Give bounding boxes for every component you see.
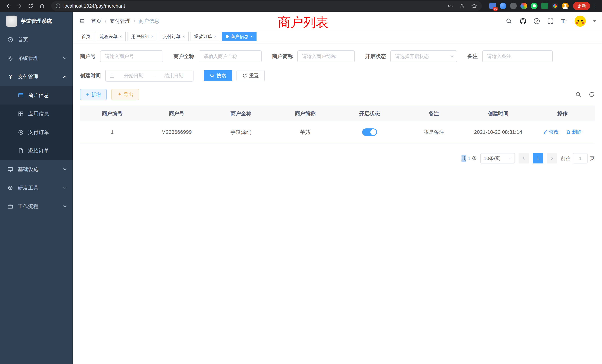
page-size-select[interactable]: 10条/页 bbox=[480, 153, 515, 163]
font-size-icon[interactable] bbox=[561, 18, 567, 25]
status-select[interactable]: 请选择开启状态 bbox=[390, 50, 457, 62]
close-icon[interactable] bbox=[182, 34, 185, 39]
sidebar-item-system[interactable]: 系统管理 bbox=[0, 49, 73, 67]
github-icon[interactable] bbox=[520, 18, 526, 24]
colorful-extension-icon[interactable] bbox=[520, 3, 527, 9]
cell-remark: 我是备注 bbox=[402, 121, 466, 143]
user-menu-caret-icon[interactable] bbox=[593, 20, 596, 22]
tab-user-group[interactable]: 用户分组 bbox=[128, 32, 157, 41]
sidebar-item-home[interactable]: 首页 bbox=[0, 30, 73, 49]
refresh-table-icon[interactable] bbox=[589, 92, 595, 97]
browser-toolbar: localhost:1024/pay/merchant 10 bbox=[0, 0, 602, 12]
full-name-input[interactable] bbox=[199, 50, 262, 62]
toggle-search-icon[interactable] bbox=[575, 92, 581, 97]
tab-pay-order[interactable]: 支付订单 bbox=[159, 32, 189, 41]
home-icon[interactable] bbox=[37, 1, 47, 11]
chevron-down-icon bbox=[450, 54, 453, 57]
sidebar-item-label: 基础设施 bbox=[18, 166, 39, 173]
prev-page-button[interactable] bbox=[519, 153, 529, 163]
full-name-label: 商户全称 bbox=[173, 53, 194, 60]
puzzle-extension-icon[interactable]: 10 bbox=[489, 3, 496, 9]
green-extension-icon[interactable] bbox=[531, 3, 538, 9]
tab-label: 退款订单 bbox=[194, 33, 212, 40]
sidebar-item-label: 退款订单 bbox=[28, 147, 49, 154]
short-name-input[interactable] bbox=[297, 50, 355, 62]
sidebar-item-infrastructure[interactable]: 基础设施 bbox=[0, 160, 73, 179]
pagination-total: 共 1 条 bbox=[462, 155, 477, 162]
search-button[interactable]: 搜索 bbox=[204, 70, 232, 81]
col-merchant-no: 商户号 bbox=[144, 106, 209, 121]
breadcrumb-separator: / bbox=[105, 18, 106, 24]
delete-link[interactable]: 删除 bbox=[566, 129, 582, 135]
share-icon[interactable] bbox=[459, 3, 466, 9]
user-avatar[interactable] bbox=[575, 16, 586, 27]
reset-button[interactable]: 重置 bbox=[236, 70, 265, 81]
edit-link-label: 修改 bbox=[549, 129, 559, 135]
tab-home[interactable]: 首页 bbox=[78, 32, 94, 41]
close-icon[interactable] bbox=[151, 34, 153, 39]
export-button[interactable]: 导出 bbox=[111, 89, 139, 100]
sidebar-item-refund-order[interactable]: 退款订单 bbox=[0, 142, 73, 160]
sidebar-item-pay-order[interactable]: 支付订单 bbox=[0, 123, 73, 142]
tab-merchant-info[interactable]: 商户信息 bbox=[222, 32, 257, 41]
bookmark-star-icon[interactable] bbox=[471, 3, 477, 9]
cell-merchant-id: 1 bbox=[80, 121, 144, 143]
tab-refund-order[interactable]: 退款订单 bbox=[191, 32, 220, 41]
site-info-icon[interactable] bbox=[56, 3, 60, 8]
sidebar-item-workflow[interactable]: 工作流程 bbox=[0, 197, 73, 216]
create-time-range-picker[interactable]: 开始日期 - 结束日期 bbox=[105, 70, 194, 82]
status-toggle[interactable] bbox=[362, 128, 377, 136]
monitor-icon bbox=[7, 166, 13, 172]
tab-label: 首页 bbox=[82, 33, 90, 40]
tab-label: 支付订单 bbox=[163, 33, 181, 40]
search-icon[interactable] bbox=[506, 18, 512, 24]
logo-avatar-image bbox=[6, 16, 17, 27]
remark-input[interactable] bbox=[482, 50, 553, 62]
sidebar-item-label: 支付管理 bbox=[18, 73, 39, 80]
fullscreen-icon[interactable] bbox=[547, 18, 554, 24]
pinwheel-extension-icon[interactable] bbox=[552, 3, 558, 9]
breadcrumb-payment[interactable]: 支付管理 bbox=[110, 18, 130, 25]
drop-extension-icon[interactable] bbox=[500, 3, 506, 9]
sidebar-item-payment[interactable]: 支付管理 bbox=[0, 67, 73, 86]
create-time-label: 创建时间 bbox=[80, 72, 101, 79]
edit-link[interactable]: 修改 bbox=[543, 129, 559, 135]
collapse-sidebar-icon[interactable] bbox=[79, 18, 85, 24]
chevron-down-icon bbox=[63, 167, 66, 170]
grid-icon bbox=[18, 111, 24, 117]
close-icon[interactable] bbox=[119, 34, 122, 39]
address-bar[interactable]: localhost:1024/pay/merchant bbox=[51, 1, 482, 11]
sheet-extension-icon[interactable] bbox=[541, 3, 548, 9]
cell-short-name: 芋艿 bbox=[273, 121, 337, 143]
url-text: localhost:1024/pay/merchant bbox=[63, 3, 444, 9]
browser-profile-avatar[interactable] bbox=[562, 3, 569, 9]
total-suffix: 条 bbox=[472, 155, 477, 162]
browser-menu-icon[interactable] bbox=[592, 3, 598, 9]
search-button-label: 搜索 bbox=[216, 73, 226, 79]
sidebar-item-app-info[interactable]: 应用信息 bbox=[0, 105, 73, 123]
breadcrumb-home[interactable]: 首页 bbox=[91, 18, 102, 25]
back-icon[interactable] bbox=[4, 1, 13, 11]
goto-page-input[interactable] bbox=[573, 153, 588, 163]
merchant-no-input[interactable] bbox=[100, 50, 163, 62]
sidebar-item-merchant-info[interactable]: 商户信息 bbox=[0, 86, 73, 105]
breadcrumb-current: 商户信息 bbox=[139, 18, 159, 25]
password-key-icon[interactable] bbox=[447, 3, 454, 9]
page-1-button[interactable]: 1 bbox=[533, 153, 543, 163]
close-icon[interactable] bbox=[250, 34, 253, 39]
close-icon[interactable] bbox=[214, 34, 216, 39]
forward-icon[interactable] bbox=[15, 1, 24, 11]
tab-label: 流程表单 bbox=[100, 33, 118, 40]
sidebar-item-dev-tools[interactable]: 研发工具 bbox=[0, 179, 73, 197]
next-page-button[interactable] bbox=[547, 153, 557, 163]
help-icon[interactable] bbox=[534, 18, 540, 24]
page-content: 商户号 商户全称 商户简称 开启状态 请选择开启状态 bbox=[73, 43, 602, 364]
sidebar-item-label: 工作流程 bbox=[18, 203, 39, 210]
tab-process-form[interactable]: 流程表单 bbox=[96, 32, 126, 41]
add-button[interactable]: 新增 bbox=[80, 89, 107, 100]
filter-row-1: 商户号 商户全称 商户简称 开启状态 请选择开启状态 bbox=[80, 50, 595, 62]
gray-extension-icon[interactable] bbox=[510, 3, 517, 9]
update-button[interactable]: 更新 bbox=[573, 2, 590, 10]
refresh-icon[interactable] bbox=[26, 1, 36, 11]
main-area: 首页 / 支付管理 / 商户信息 商户列表 bbox=[73, 12, 602, 364]
